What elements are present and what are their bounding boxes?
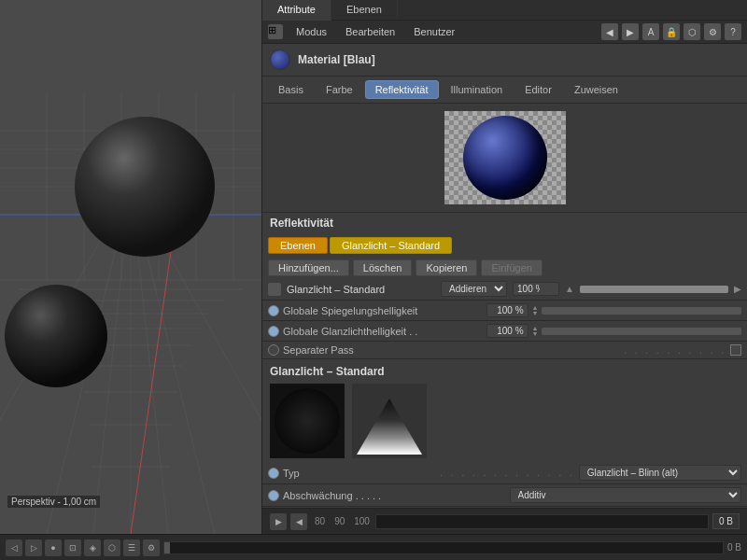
nav-tabs: Basis Farbe Reflektivität Illumination E… [262,77,747,104]
dots-typ: . . . . . . . . . . . . . [440,468,574,478]
vs-icon-2[interactable]: ▷ [25,539,42,556]
glanzlicht-previews [262,380,747,462]
vs-icon-6[interactable]: ⬡ [104,539,120,556]
input-globale-glanzlicht[interactable] [486,324,529,338]
glanzlicht-gradient [357,399,422,455]
viewport-3d[interactable]: Perspektiv - 1,00 cm [0,0,261,534]
tab-illumination[interactable]: Illumination [441,80,514,99]
layer-slider[interactable] [580,286,728,293]
frame-indicator: 0 B [712,513,740,529]
layer-up-arrow[interactable]: ▲ [565,284,574,294]
radio-separater-pass[interactable] [268,344,279,356]
timeline-mark-90: 90 [331,516,348,526]
tab-farbe[interactable]: Farbe [316,80,363,99]
prop-abschwachung: Abschwächung . . . . . Additiv Normal [262,484,747,507]
layer-mode-dropdown[interactable]: Addieren Normal [441,281,507,297]
tab-zuweisen[interactable]: Zuweisen [564,80,628,99]
label-typ: Typ [283,468,436,479]
icon-lock[interactable]: 🔒 [663,23,680,40]
btn-loeschen[interactable]: Löschen [353,259,413,276]
toolbar-modus[interactable]: Modus [290,24,332,39]
sub-tab-ebenen[interactable]: Ebenen [268,237,328,254]
preview-sphere-container [444,111,566,204]
icon-a[interactable]: A [642,23,659,40]
label-abschwachung: Abschwächung . . . . . [283,490,506,501]
tab-basis[interactable]: Basis [268,80,314,99]
vs-icon-7[interactable]: ☰ [123,539,140,556]
vs-icon-4[interactable]: ⊡ [64,539,81,556]
status-icon-2[interactable]: ◀ [290,513,307,530]
glanzlicht-sphere-container [270,384,345,458]
btn-hinzufuegen[interactable]: Hinzufügen... [268,259,349,276]
dropdown-typ[interactable]: Glanzlicht – Blinn (alt) Glanzlicht – Ph… [579,465,741,481]
arrow-left-icon[interactable]: ◀ [601,23,618,40]
toolbar-right-icons: ◀ ▶ A 🔒 ⬡ ⚙ ? [601,23,741,40]
vs-icon-1[interactable]: ◁ [6,539,22,556]
glanzlicht-sphere [275,388,340,454]
prop-typ: Typ . . . . . . . . . . . . . Glanzlicht… [262,462,747,484]
tab-ebenen[interactable]: Ebenen [331,0,398,20]
viewport-status-icons: ◁ ▷ ● ⊡ ◈ ⬡ ☰ ⚙ [6,539,160,556]
vs-icon-8[interactable]: ⚙ [143,539,160,556]
icon-help[interactable]: ? [725,23,741,40]
glanzlicht-section-label: Glanzlicht – Standard [262,359,747,380]
label-separater-pass: Separater Pass [283,344,620,356]
timeline-bar[interactable] [375,514,709,529]
status-bar: ▶ ◀ 80 90 100 0 B [262,508,747,534]
sub-tab-glanzlicht[interactable]: Glanzlicht – Standard [330,237,452,254]
timeline-mark-100: 100 [350,516,374,526]
arrow-right-icon[interactable]: ▶ [622,23,639,40]
dots-separater-pass: . . . . . . . . . . [624,345,726,356]
timeline: 80 90 100 [311,514,709,529]
reflektivitat-section-label: Reflektivität [262,213,747,233]
tab-editor[interactable]: Editor [514,80,562,99]
panel-content: Material [Blau] Basis Farbe Reflektivitä… [262,44,747,508]
icon-hex[interactable]: ⬡ [684,23,700,40]
radio-typ[interactable] [268,468,279,479]
prop-globale-spiegelung: Globale Spiegelungshelligkeit ▲ ▼ [262,301,747,321]
viewport-status-bar: ◁ ▷ ● ⊡ ◈ ⬡ ☰ ⚙ 0 B [0,534,747,560]
preview-sphere [463,116,547,200]
layer-percent-input[interactable] [513,282,559,296]
slider-globale-spiegelung[interactable] [542,307,741,315]
status-icons-left: ▶ ◀ [270,513,307,530]
toolbar-benutzer[interactable]: Benutzer [408,24,460,39]
checkbox-separater-pass[interactable] [730,344,741,356]
radio-globale-glanzlicht[interactable] [268,326,279,337]
label-globale-spiegelung: Globale Spiegelungshelligkeit [283,305,483,316]
svg-point-30 [75,117,215,257]
status-icon-1[interactable]: ▶ [270,513,287,530]
dropdown-abschwachung[interactable]: Additiv Normal [510,487,742,503]
arrows-globale-spiegelung[interactable]: ▲ ▼ [532,305,539,316]
slider-globale-glanzlicht[interactable] [542,328,741,335]
bottom-timeline[interactable] [163,541,724,554]
btn-kopieren[interactable]: Kopieren [416,259,477,276]
material-header: Material [Blau] [262,44,747,77]
input-globale-spiegelung[interactable] [486,303,529,317]
vs-icon-3[interactable]: ● [45,539,62,556]
arrows-globale-glanzlicht[interactable]: ▲ ▼ [532,326,539,337]
prop-globale-glanzlicht: Globale Glanzlichthelligkeit . . ▲ ▼ [262,321,747,342]
toolbar-bearbeiten[interactable]: Bearbeiten [340,24,401,39]
tab-reflektivitat[interactable]: Reflektivität [365,80,439,99]
viewport-label: Perspektiv - 1,00 cm [7,496,100,508]
layer-name: Glanzlicht – Standard [287,284,435,295]
bottom-size: 0 B [727,542,741,553]
tab-attribute[interactable]: Attribute [262,0,331,21]
svg-point-31 [5,285,107,387]
btn-einfuegen[interactable]: Einfügen [481,259,542,276]
layer-icon [268,283,281,296]
radio-abschwachung[interactable] [268,490,279,501]
layer-right-arrow[interactable]: ▶ [734,284,741,294]
toolbar: ⊞ Modus Bearbeiten Benutzer ◀ ▶ A 🔒 ⬡ ⚙ … [262,21,747,44]
radio-globale-spiegelung[interactable] [268,305,279,316]
grid-icon: ⊞ [268,24,283,39]
vs-icon-5[interactable]: ◈ [84,539,101,556]
panel-tab-bar: Attribute Ebenen [262,0,747,21]
sub-tabs-row: Ebenen Glanzlicht – Standard [262,233,747,258]
icon-gear[interactable]: ⚙ [704,23,721,40]
attribute-panel: Attribute Ebenen ⊞ Modus Bearbeiten Benu… [261,0,747,534]
layer-row: Glanzlicht – Standard Addieren Normal ▲ … [262,278,747,301]
action-buttons-row: Hinzufügen... Löschen Kopieren Einfügen [262,258,747,278]
material-sphere-preview [270,49,290,70]
